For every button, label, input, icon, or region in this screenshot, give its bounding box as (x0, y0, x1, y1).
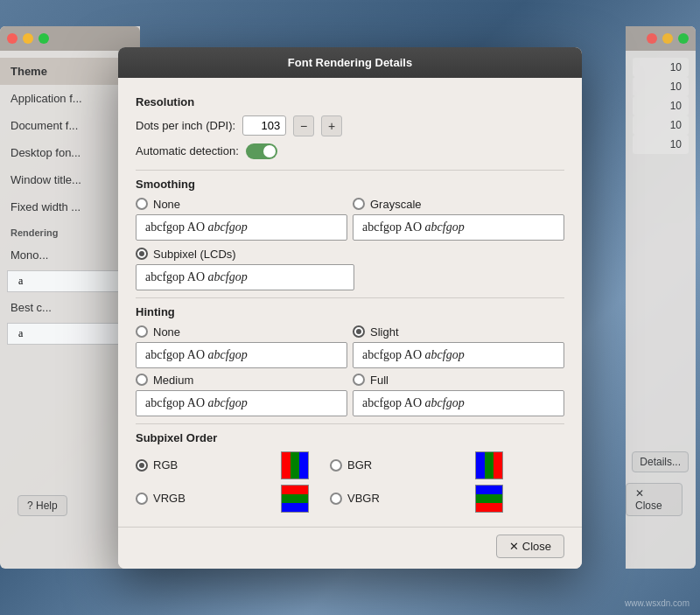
smoothing-subpixel-radio-row[interactable]: Subpixel (LCDs) (136, 248, 564, 261)
dpi-label: Dots per inch (DPI): (136, 119, 235, 132)
hinting-grid: None abcfgop AO abcfgop Slight abcfgop A… (136, 325, 564, 416)
vbgr-blue-stripe (476, 486, 502, 494)
hinting-slight-label: Slight (370, 325, 399, 339)
divider-3 (136, 423, 564, 424)
subpixel-vbgr-radio[interactable] (330, 493, 342, 505)
smoothing-subpixel-radio[interactable] (136, 248, 148, 260)
subpixel-vbgr-radio-row[interactable]: VBGR (330, 492, 470, 505)
hinting-slight-radio-row[interactable]: Slight (353, 325, 564, 339)
modal-title: Font Rendering Details (288, 56, 412, 69)
vbgr-green-stripe (476, 494, 502, 503)
watermark: www.wsxdn.com (625, 598, 690, 608)
subpixel-rgb-label: RGB (153, 458, 178, 472)
vrgb-green-stripe (282, 494, 308, 503)
subpixel-bgr-radio[interactable] (330, 459, 342, 472)
toggle-thumb (263, 145, 276, 157)
hinting-option-full: Full abcfgop AO abcfgop (353, 374, 564, 416)
hinting-none-radio[interactable] (136, 325, 148, 338)
smoothing-option-grayscale: Grayscale abcfgop AO abcfgop (353, 198, 564, 241)
hinting-section-header: Hinting (136, 305, 564, 318)
subpixel-vrgb-radio-row[interactable]: VRGB (136, 492, 276, 505)
subpixel-rgb-radio[interactable] (136, 459, 148, 472)
bgr-color-block (475, 451, 503, 479)
smoothing-grid: None abcfgop AO abcfgop Grayscale abcfgo… (136, 198, 564, 241)
rgb-color-block (281, 451, 309, 479)
subpixel-vrgb-label: VRGB (153, 492, 186, 505)
dpi-decrease-button[interactable]: − (293, 115, 314, 136)
modal-overlay: Font Rendering Details Resolution Dots p… (0, 0, 700, 615)
smoothing-grayscale-label: Grayscale (370, 198, 422, 211)
smoothing-section-header: Smoothing (136, 178, 564, 191)
bgr-red-stripe (494, 452, 502, 479)
resolution-section-header: Resolution (136, 95, 564, 108)
smoothing-grayscale-radio[interactable] (353, 198, 365, 210)
subpixel-vrgb-radio[interactable] (136, 493, 148, 505)
vrgb-color-block (281, 485, 309, 513)
hinting-medium-radio-row[interactable]: Medium (136, 374, 347, 387)
smoothing-option-subpixel: Subpixel (LCDs) abcfgop AO abcfgop (136, 248, 564, 290)
subpixel-order-grid: RGB BGR (136, 451, 564, 513)
smoothing-none-radio-row[interactable]: None (136, 198, 347, 211)
hinting-full-radio-row[interactable]: Full (353, 374, 564, 387)
modal-footer: ✕ Close (118, 527, 582, 569)
hinting-option-medium: Medium abcfgop AO abcfgop (136, 374, 347, 416)
subpixel-bgr-radio-row[interactable]: BGR (330, 458, 470, 472)
dpi-input[interactable] (242, 115, 286, 136)
hinting-medium-radio[interactable] (136, 374, 148, 386)
hinting-none-preview: abcfgop AO abcfgop (136, 342, 347, 368)
dpi-increase-button[interactable]: + (321, 115, 342, 136)
smoothing-subpixel-label: Subpixel (LCDs) (153, 248, 236, 261)
hinting-medium-label: Medium (153, 374, 193, 387)
vbgr-color-block (475, 485, 503, 513)
modal-close-button[interactable]: ✕ Close (496, 535, 564, 558)
smoothing-grayscale-preview: abcfgop AO abcfgop (353, 214, 564, 241)
smoothing-subpixel-preview: abcfgop AO abcfgop (136, 264, 354, 290)
hinting-medium-preview: abcfgop AO abcfgop (136, 390, 347, 416)
subpixel-bgr-label: BGR (347, 458, 372, 472)
vbgr-red-stripe (476, 503, 502, 512)
auto-detect-row: Automatic detection: (136, 143, 564, 159)
hinting-none-radio-row[interactable]: None (136, 325, 347, 339)
hinting-full-label: Full (370, 374, 388, 387)
bgr-blue-stripe (476, 452, 485, 479)
divider-1 (136, 170, 564, 171)
auto-detect-label: Automatic detection: (136, 144, 239, 157)
smoothing-none-radio[interactable] (136, 198, 148, 210)
divider-2 (136, 297, 564, 298)
hinting-option-slight: Slight abcfgop AO abcfgop (353, 325, 564, 368)
smoothing-option-none: None abcfgop AO abcfgop (136, 198, 347, 241)
hinting-full-radio[interactable] (353, 374, 365, 386)
smoothing-none-preview: abcfgop AO abcfgop (136, 214, 347, 241)
hinting-slight-radio[interactable] (353, 325, 365, 338)
smoothing-none-label: None (153, 198, 180, 211)
modal-dialog: Font Rendering Details Resolution Dots p… (118, 47, 582, 569)
modal-titlebar: Font Rendering Details (118, 47, 582, 78)
hinting-full-preview: abcfgop AO abcfgop (353, 390, 564, 416)
vrgb-blue-stripe (282, 503, 308, 512)
smoothing-grayscale-radio-row[interactable]: Grayscale (353, 198, 564, 211)
rgb-red-stripe (282, 452, 290, 479)
hinting-slight-preview: abcfgop AO abcfgop (353, 342, 564, 368)
auto-detect-toggle[interactable] (246, 143, 277, 159)
rgb-green-stripe (290, 452, 299, 479)
hinting-none-label: None (153, 325, 180, 339)
hinting-option-none: None abcfgop AO abcfgop (136, 325, 347, 368)
modal-body: Resolution Dots per inch (DPI): − + Auto… (118, 78, 582, 527)
rgb-blue-stripe (299, 452, 308, 479)
subpixel-rgb-radio-row[interactable]: RGB (136, 458, 276, 472)
vrgb-red-stripe (282, 486, 308, 494)
subpixel-order-section-header: Subpixel Order (136, 431, 564, 444)
bgr-green-stripe (485, 452, 494, 479)
subpixel-vbgr-label: VBGR (347, 492, 380, 505)
resolution-row: Dots per inch (DPI): − + (136, 115, 564, 136)
